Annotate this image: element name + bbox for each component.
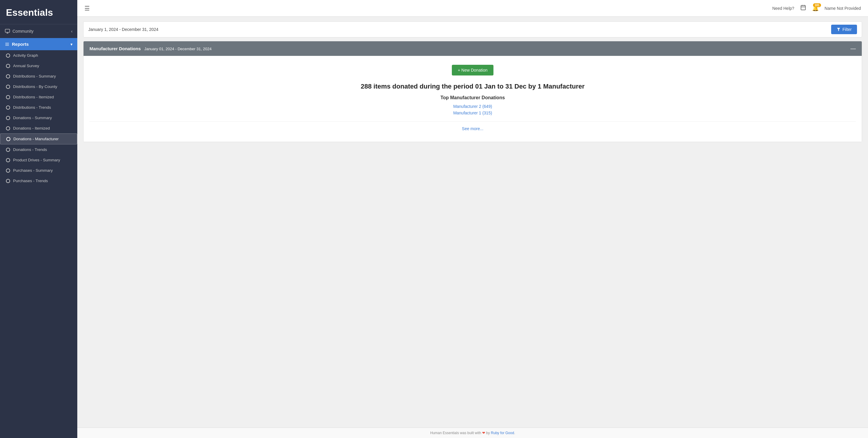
sidebar-item-purchases-trends[interactable]: Purchases - Trends	[0, 176, 77, 186]
sidebar-community-item[interactable]: Community ‹	[0, 24, 77, 38]
nav-circle-purchases-summary	[6, 168, 10, 173]
report-card-header: Manufacturer Donations January 01, 2024 …	[84, 41, 862, 56]
app-logo: Essentials	[0, 0, 77, 24]
see-more-section: See more...	[90, 121, 856, 136]
manufacturer-link[interactable]: Manufacturer 2 (649)	[90, 104, 856, 109]
sidebar-item-distributions-trends[interactable]: Distributions - Trends	[0, 102, 77, 113]
sidebar-item-distributions-by-county[interactable]: Distributions - By County	[0, 82, 77, 92]
nav-label-annual-survey: Annual Survey	[13, 64, 39, 68]
nav-circle-product-drives-summary	[6, 158, 10, 162]
nav-label-purchases-summary: Purchases - Summary	[13, 168, 53, 173]
nav-circle-annual-survey	[6, 64, 10, 68]
footer-text-middle: by	[485, 431, 491, 435]
report-summary-text: 288 items donated during the period 01 J…	[90, 83, 856, 90]
nav-label-distributions-by-county: Distributions - By County	[13, 84, 57, 89]
footer-text-after: .	[514, 431, 515, 435]
sidebar-item-donations-itemized[interactable]: Donations - Itemized	[0, 123, 77, 133]
filter-button[interactable]: Filter	[831, 25, 857, 34]
sidebar-reports-section[interactable]: Reports ▾	[0, 38, 77, 50]
svg-rect-0	[5, 29, 10, 32]
filter-date-range: January 1, 2024 - December 31, 2024	[88, 27, 158, 32]
report-card-title: Manufacturer Donations	[90, 46, 141, 51]
report-card-subtitle: January 01, 2024 - December 31, 2024	[144, 46, 211, 51]
sidebar-item-donations-manufacturer[interactable]: Donations - Manufacturer	[0, 133, 77, 145]
sidebar-item-donations-trends[interactable]: Donations - Trends	[0, 145, 77, 155]
report-card: Manufacturer Donations January 01, 2024 …	[83, 41, 862, 142]
svg-marker-10	[837, 28, 840, 31]
sidebar-item-distributions-itemized[interactable]: Distributions - Itemized	[0, 92, 77, 102]
nav-circle-donations-itemized	[6, 126, 10, 130]
filter-icon	[836, 27, 841, 31]
nav-label-product-drives-summary: Product Drives - Summary	[13, 158, 60, 162]
user-name: Name Not Provided	[825, 6, 861, 11]
sidebar-item-purchases-summary[interactable]: Purchases - Summary	[0, 165, 77, 176]
nav-label-distributions-itemized: Distributions - Itemized	[13, 95, 54, 99]
footer-text-before: Human Essentials was built with	[430, 431, 482, 435]
reports-chevron: ▾	[70, 42, 72, 46]
see-more-link[interactable]: See more...	[462, 126, 483, 131]
nav-circle-distributions-itemized	[6, 95, 10, 99]
nav-circle-activity-graph	[6, 54, 10, 58]
community-label: Community	[12, 29, 34, 34]
monitor-icon	[5, 29, 10, 34]
sidebar-item-annual-survey[interactable]: Annual Survey	[0, 61, 77, 71]
filter-button-label: Filter	[842, 27, 851, 32]
sidebar-item-product-drives-summary[interactable]: Product Drives - Summary	[0, 155, 77, 165]
nav-label-donations-itemized: Donations - Itemized	[13, 126, 50, 130]
nav-circle-distributions-trends	[6, 105, 10, 110]
main-area: ☰ Need Help? 🔔 181 Name Not Provided Jan…	[77, 0, 868, 438]
nav-circle-distributions-summary	[6, 74, 10, 79]
nav-label-donations-trends: Donations - Trends	[13, 147, 47, 152]
nav-label-distributions-trends: Distributions - Trends	[13, 105, 51, 110]
nav-label-distributions-summary: Distributions - Summary	[13, 74, 56, 79]
main-content: January 1, 2024 - December 31, 2024 Filt…	[77, 17, 868, 428]
nav-circle-donations-summary	[6, 116, 10, 120]
notifications-bell[interactable]: 🔔 181	[812, 5, 819, 11]
nav-circle-distributions-by-county	[6, 85, 10, 89]
sidebar-item-activity-graph[interactable]: Activity Graph	[0, 50, 77, 61]
sidebar-item-distributions-summary[interactable]: Distributions - Summary	[0, 71, 77, 82]
bell-badge: 181	[813, 3, 821, 7]
new-donation-label: + New Donation	[458, 68, 488, 72]
nav-circle-purchases-trends	[6, 179, 10, 183]
svg-rect-6	[801, 5, 805, 10]
list-icon	[5, 42, 9, 46]
sidebar-item-donations-summary[interactable]: Donations - Summary	[0, 113, 77, 123]
new-donation-button[interactable]: + New Donation	[452, 65, 493, 75]
nav-circle-donations-manufacturer	[6, 137, 10, 141]
footer: Human Essentials was built with ❤ by Rub…	[77, 428, 868, 438]
sidebar: Essentials Community ‹ Reports ▾ Activit…	[0, 0, 77, 438]
nav-label-activity-graph: Activity Graph	[13, 53, 38, 58]
community-chevron: ‹	[71, 29, 72, 34]
calendar-icon[interactable]	[800, 4, 806, 12]
report-card-body: + New Donation 288 items donated during …	[84, 56, 862, 142]
help-link[interactable]: Need Help?	[772, 6, 794, 11]
top-manufacturer-heading: Top Manufacturer Donations	[90, 95, 856, 100]
heart-icon: ❤	[482, 431, 485, 435]
reports-section-label: Reports	[12, 41, 29, 46]
sidebar-nav-list: Activity GraphAnnual SurveyDistributions…	[0, 50, 77, 186]
minimize-icon[interactable]: —	[850, 45, 856, 52]
nav-label-purchases-trends: Purchases - Trends	[13, 179, 48, 183]
nav-circle-donations-trends	[6, 148, 10, 152]
filter-bar: January 1, 2024 - December 31, 2024 Filt…	[83, 22, 862, 37]
nav-label-donations-manufacturer: Donations - Manufacturer	[13, 137, 59, 141]
manufacturer-link[interactable]: Manufacturer 1 (315)	[90, 111, 856, 115]
hamburger-icon[interactable]: ☰	[85, 5, 90, 12]
topbar: ☰ Need Help? 🔔 181 Name Not Provided	[77, 0, 868, 17]
nav-label-donations-summary: Donations - Summary	[13, 116, 52, 120]
manufacturer-links-list: Manufacturer 2 (649)Manufacturer 1 (315)	[90, 104, 856, 115]
ruby-for-good-link[interactable]: Ruby for Good	[491, 431, 514, 435]
